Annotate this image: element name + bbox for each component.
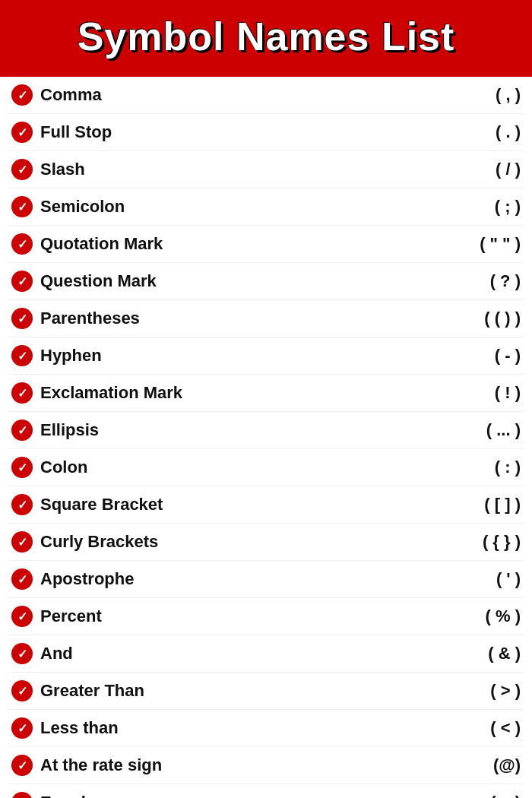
symbol-value: ( { } ) [429, 532, 521, 552]
table-row: Hyphen( - ) [8, 337, 524, 375]
symbol-name: Parentheses [40, 309, 429, 328]
check-icon [11, 84, 33, 106]
table-row: Curly Brackets( { } ) [8, 524, 524, 561]
table-row: And( & ) [8, 635, 524, 673]
symbol-value: ( & ) [429, 644, 521, 663]
table-row: Question Mark( ? ) [8, 263, 524, 300]
symbol-name: Slash [40, 160, 429, 179]
symbol-value: ( " " ) [429, 234, 521, 254]
symbol-value: ( ! ) [429, 383, 521, 403]
table-row: Greater Than( > ) [8, 673, 524, 710]
symbol-name: Apostrophe [40, 569, 429, 589]
table-row: Apostrophe( ' ) [8, 561, 524, 598]
symbol-value: ( ... ) [429, 420, 521, 440]
symbol-name: Ellipsis [40, 420, 429, 440]
symbol-name: Curly Brackets [40, 532, 429, 552]
symbol-value: ( = ) [429, 793, 521, 798]
check-icon [11, 643, 33, 664]
check-icon [11, 680, 33, 701]
check-icon [11, 233, 33, 255]
table-row: Full Stop( . ) [8, 114, 524, 151]
symbol-value: ( ; ) [429, 197, 521, 217]
header: Symbol Names List [0, 0, 532, 73]
symbol-name: Full Stop [40, 122, 429, 142]
symbol-name: Quotation Mark [40, 234, 429, 254]
symbol-value: ( > ) [429, 681, 521, 701]
symbol-name: Percent [40, 606, 429, 626]
table-row: Parentheses( ( ) ) [8, 300, 524, 337]
check-icon [11, 717, 33, 739]
table-row: Ellipsis( ... ) [8, 412, 524, 449]
table-row: Comma( , ) [8, 77, 524, 114]
table-row: Square Bracket( [ ] ) [8, 486, 524, 524]
symbol-name: Colon [40, 458, 429, 477]
symbol-value: ( ( ) ) [429, 309, 521, 328]
symbol-name: And [40, 644, 429, 663]
check-icon [11, 308, 33, 329]
symbol-value: ( < ) [429, 718, 521, 738]
check-icon [11, 159, 33, 180]
table-row: Quotation Mark( " " ) [8, 226, 524, 263]
table-row: Colon( : ) [8, 449, 524, 486]
table-row: Semicolon( ; ) [8, 188, 524, 226]
symbol-name: Square Bracket [40, 495, 429, 515]
symbol-value: ( , ) [429, 85, 521, 105]
symbol-value: ( : ) [429, 458, 521, 477]
check-icon [11, 792, 33, 798]
check-icon [11, 494, 33, 515]
check-icon [11, 568, 33, 590]
check-icon [11, 606, 33, 627]
table-row: Percent( % ) [8, 598, 524, 635]
table-row: Less than( < ) [8, 710, 524, 747]
symbol-name: Question Mark [40, 271, 429, 291]
symbol-name: Equal [40, 793, 429, 798]
check-icon [11, 755, 33, 776]
check-icon [11, 271, 33, 292]
symbol-name: Semicolon [40, 197, 429, 217]
symbol-value: ( / ) [429, 160, 521, 179]
symbol-value: ( - ) [429, 346, 521, 366]
check-icon [11, 420, 33, 441]
symbol-name: At the rate sign [40, 755, 429, 775]
symbol-name: Less than [40, 718, 429, 738]
symbol-value: ( [ ] ) [429, 495, 521, 515]
check-icon [11, 122, 33, 143]
table-row: Exclamation Mark( ! ) [8, 375, 524, 412]
check-icon [11, 345, 33, 366]
table-row: Equal( = ) [8, 784, 524, 798]
check-icon [11, 457, 33, 478]
table-row: Slash( / ) [8, 151, 524, 188]
table-row: At the rate sign(@) [8, 747, 524, 784]
symbol-list: Comma( , )Full Stop( . )Slash( / )Semico… [0, 77, 532, 798]
check-icon [11, 531, 33, 553]
symbol-value: ( ' ) [429, 569, 521, 589]
symbol-value: ( ? ) [429, 271, 521, 291]
check-icon [11, 196, 33, 217]
symbol-name: Exclamation Mark [40, 383, 429, 403]
check-icon [11, 382, 33, 404]
symbol-name: Greater Than [40, 681, 429, 701]
symbol-value: ( % ) [429, 606, 521, 626]
page-title: Symbol Names List [15, 14, 517, 59]
symbol-name: Hyphen [40, 346, 429, 366]
symbol-name: Comma [40, 85, 429, 105]
symbol-value: (@) [429, 755, 521, 775]
symbol-value: ( . ) [429, 122, 521, 142]
